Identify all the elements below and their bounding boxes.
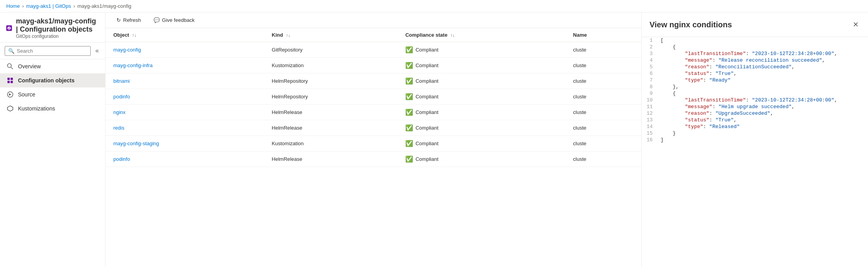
code-line: 16] [642,137,868,143]
cell-kind: HelmRelease [264,151,397,167]
cell-name: cluste [565,73,641,89]
cell-object[interactable]: nginx [106,105,264,120]
cell-name: cluste [565,58,641,73]
code-line: 1[ [642,37,868,44]
cell-kind: Kustomization [264,58,397,73]
compliance-text: Compliant [415,125,438,131]
sort-icon-object: ↑↓ [132,33,136,37]
cell-object[interactable]: mayg-config-staging [106,136,264,151]
close-button[interactable]: ✕ [851,19,860,30]
line-number: 7 [642,77,657,84]
line-content: "type": "Released" [657,123,868,130]
line-content: { [657,90,868,97]
table-container: Object ↑↓ Kind ↑↓ Compliance state ↑↓ [106,28,641,267]
cell-compliance: ✅ Compliant [397,120,565,136]
cell-object[interactable]: redis [106,120,264,136]
cell-name: cluste [565,105,641,120]
sidebar-item-overview[interactable]: Overview [0,59,105,73]
cell-compliance: ✅ Compliant [397,105,565,120]
col-name[interactable]: Name [565,28,641,42]
line-content: "message": "Helm upgrade succeeded", [657,103,868,110]
cell-kind: HelmRelease [264,105,397,120]
cell-compliance: ✅ Compliant [397,89,565,105]
line-number: 8 [642,84,657,90]
code-panel: 1[2 {3 "lastTransitionTime": "2023-10-12… [642,37,868,267]
compliant-icon: ✅ [405,155,413,163]
compliance-text: Compliant [415,156,438,162]
breadcrumb-home[interactable]: Home [6,3,20,9]
line-number: 9 [642,90,657,97]
table-row: mayg-config-infra Kustomization ✅ Compli… [106,58,641,73]
search-input[interactable] [17,48,87,54]
col-kind[interactable]: Kind ↑↓ [264,28,397,42]
svg-rect-3 [7,78,10,80]
line-number: 4 [642,57,657,64]
sidebar-item-overview-label: Overview [18,63,41,69]
cell-compliance: ✅ Compliant [397,42,565,58]
sidebar-item-kustomizations[interactable]: Kustomizations [0,101,105,116]
line-number: 15 [642,130,657,137]
line-number: 3 [642,50,657,57]
cell-compliance: ✅ Compliant [397,73,565,89]
breadcrumb-current: mayg-aks1/mayg-config [77,3,131,9]
cell-name: cluste [565,151,641,167]
table-row: podinfo HelmRepository ✅ Compliant clust… [106,89,641,105]
svg-rect-5 [7,81,10,83]
compliant-icon: ✅ [405,46,413,53]
sidebar-item-configuration-objects[interactable]: Configuration objects [0,73,105,87]
svg-rect-6 [11,81,13,83]
line-content: } [657,130,868,137]
right-panel-title: View nginx conditions [650,20,732,29]
line-number: 1 [642,37,657,44]
sidebar-item-configuration-objects-label: Configuration objects [18,77,75,84]
line-number: 2 [642,44,657,50]
col-object[interactable]: Object ↑↓ [106,28,264,42]
table-row: mayg-config-staging Kustomization ✅ Comp… [106,136,641,151]
line-content: "reason": "UpgradeSucceeded", [657,110,868,117]
code-line: 10 "lastTransitionTime": "2023-10-12T22:… [642,97,868,103]
page-title: mayg-aks1/mayg-config | Configuration ob… [16,17,99,34]
table-row: nginx HelmRelease ✅ Compliant cluste [106,105,641,120]
search-box[interactable]: 🔍 [5,46,91,56]
kustomizations-icon [6,105,14,112]
sidebar-item-source-label: Source [18,91,35,98]
nav-items: Overview Configuration objects [0,59,105,267]
code-line: 5 "reason": "ReconciliationSucceeded", [642,64,868,70]
compliant-icon: ✅ [405,77,413,85]
line-content: "lastTransitionTime": "2023-10-12T22:34:… [657,50,868,57]
sort-icon-kind: ↑↓ [286,33,290,37]
cell-object[interactable]: bitnami [106,73,264,89]
cell-kind: HelmRepository [264,89,397,105]
page-subtitle: GitOps configuration [16,34,99,39]
cell-object[interactable]: mayg-config [106,42,264,58]
cell-object[interactable]: podinfo [106,151,264,167]
cell-compliance: ✅ Compliant [397,136,565,151]
cell-name: cluste [565,120,641,136]
feedback-button[interactable]: 💬 Give feedback [150,16,198,25]
breadcrumb-gitops[interactable]: mayg-aks1 | GitOps [26,3,71,9]
cell-object[interactable]: podinfo [106,89,264,105]
line-content: }, [657,84,868,90]
line-content: { [657,44,868,50]
compliance-text: Compliant [415,141,438,146]
compliance-text: Compliant [415,109,438,115]
line-number: 10 [642,97,657,103]
right-panel-header: View nginx conditions ✕ [642,12,868,37]
compliance-text: Compliant [415,62,438,68]
code-line: 7 "type": "Ready" [642,77,868,84]
cell-name: cluste [565,136,641,151]
feedback-label: Give feedback [162,17,195,23]
line-content: "lastTransitionTime": "2023-10-12T22:34:… [657,97,868,103]
col-compliance[interactable]: Compliance state ↑↓ [397,28,565,42]
refresh-button[interactable]: ↻ Refresh [113,16,144,25]
collapse-button[interactable]: « [92,46,102,56]
table-row: redis HelmRelease ✅ Compliant cluste [106,120,641,136]
cell-object[interactable]: mayg-config-infra [106,58,264,73]
code-line: 11 "message": "Helm upgrade succeeded", [642,103,868,110]
source-icon [6,91,14,98]
line-content: "message": "Release reconciliation succe… [657,57,868,64]
sort-icon-compliance: ↑↓ [451,33,455,37]
cell-compliance: ✅ Compliant [397,58,565,73]
sidebar-item-source[interactable]: Source [0,87,105,101]
compliant-icon: ✅ [405,140,413,147]
